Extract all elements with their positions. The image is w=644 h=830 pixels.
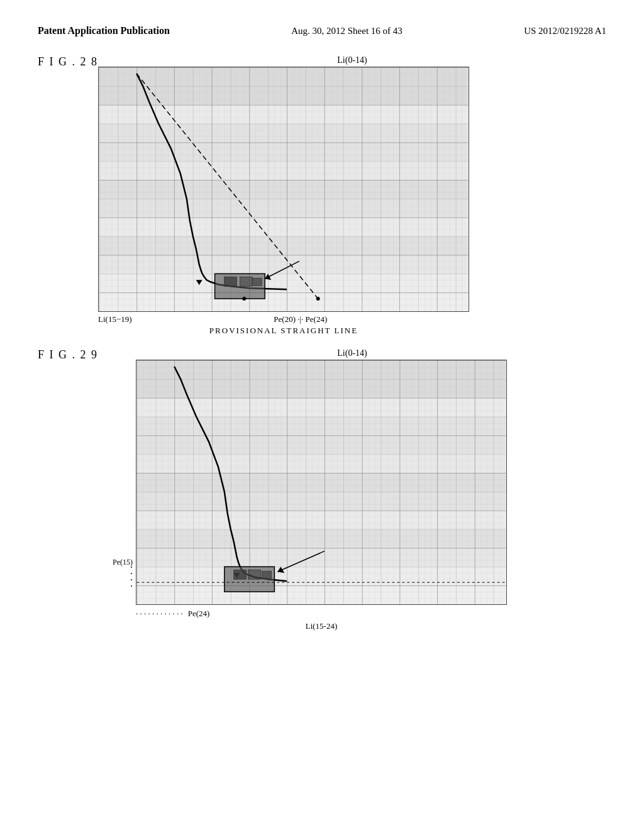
svg-rect-28 <box>137 360 506 398</box>
svg-rect-10 <box>99 218 469 236</box>
svg-rect-18 <box>240 277 252 286</box>
fig28-provisional-label: PROVISIONAL STRAIGHT LINE <box>98 326 469 336</box>
svg-rect-31 <box>137 435 506 454</box>
svg-rect-5 <box>99 124 469 143</box>
sheet-info: Aug. 30, 2012 Sheet 16 of 43 <box>291 26 402 36</box>
fig28-bottom-labels: Li(15−19) Pe(20) ·|· Pe(24) <box>98 314 469 324</box>
fig29-pe24-label: Pe(24) <box>188 609 210 619</box>
svg-rect-42 <box>234 570 247 579</box>
fig29-dot-row: · · · · · · · · · · · · Pe(24) <box>136 609 507 619</box>
svg-rect-39 <box>137 585 506 604</box>
svg-rect-3 <box>99 67 469 105</box>
svg-rect-30 <box>137 417 506 436</box>
fig29-top-label: Li(0-14) <box>98 348 606 358</box>
svg-rect-6 <box>99 142 469 161</box>
svg-rect-34 <box>137 492 506 511</box>
svg-rect-32 <box>137 454 506 473</box>
svg-rect-35 <box>137 511 506 529</box>
figure-29-label: F I G . 2 9 <box>38 348 98 361</box>
fig28-label-li15-19: Li(15−19) <box>98 314 132 324</box>
svg-rect-11 <box>99 236 469 255</box>
fig28-label-pe20: Pe(20) ·|· Pe(24) <box>274 314 327 324</box>
publication-title: Patent Application Publication <box>38 25 170 36</box>
svg-rect-33 <box>137 473 506 492</box>
page-header: Patent Application Publication Aug. 30, … <box>38 25 606 36</box>
fig29-bottom-label: Li(15-24) <box>136 621 507 631</box>
svg-rect-7 <box>99 161 469 180</box>
svg-rect-12 <box>99 255 469 274</box>
svg-rect-37 <box>137 548 506 567</box>
svg-rect-19 <box>252 278 262 285</box>
fig28-chart <box>98 67 469 312</box>
figure-28-label: F I G . 2 8 <box>38 55 98 68</box>
svg-rect-14 <box>99 292 469 311</box>
figure-28-section: F I G . 2 8 Li(0-14) <box>38 55 606 336</box>
fig28-top-label: Li(0-14) <box>98 55 606 65</box>
figure-29-section: F I G . 2 9 Li(0-14) Pe(15) · · · · <box>38 348 606 631</box>
fig29-bottom-area: · · · · · · · · · · · · Pe(24) Li(15-24) <box>98 609 507 631</box>
svg-rect-17 <box>225 277 237 286</box>
svg-rect-36 <box>137 529 506 548</box>
fig29-left-labels: Pe(15) · · · · <box>98 360 136 605</box>
page: Patent Application Publication Aug. 30, … <box>0 0 644 830</box>
svg-rect-8 <box>99 180 469 199</box>
svg-rect-44 <box>262 571 272 578</box>
svg-rect-43 <box>248 570 261 579</box>
fig29-chart <box>136 360 507 605</box>
svg-point-22 <box>242 297 246 301</box>
patent-number: US 2012/0219228 A1 <box>524 26 606 36</box>
svg-rect-9 <box>99 199 469 218</box>
